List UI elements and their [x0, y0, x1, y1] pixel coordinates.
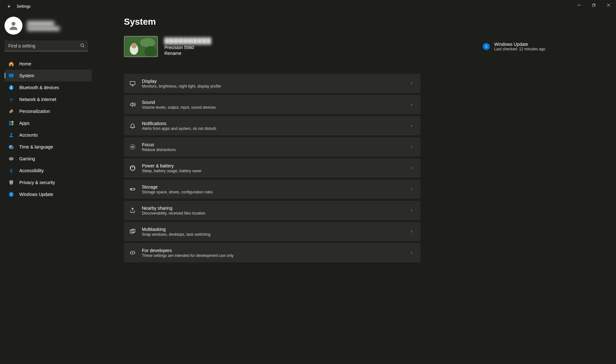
- card-title: Nearby sharing: [142, 206, 205, 211]
- display-icon: [129, 80, 136, 87]
- back-button[interactable]: [3, 0, 15, 13]
- nav-item-system[interactable]: System: [4, 70, 92, 81]
- search-icon: [80, 43, 85, 48]
- search-wrap: [4, 40, 92, 51]
- maximize-button[interactable]: [586, 0, 601, 10]
- nav-item-label: Bluetooth & devices: [19, 85, 59, 90]
- nav-item-label: Privacy & security: [19, 180, 55, 185]
- main-content: System ██████████ Precision 5560 Rename: [96, 13, 616, 364]
- page-title: System: [124, 17, 603, 27]
- windows-update-title: Windows Update: [494, 42, 545, 47]
- update-icon: [8, 191, 14, 197]
- card-developers[interactable]: For developers These settings are intend…: [124, 243, 421, 262]
- card-subtitle: Sleep, battery usage, battery saver: [142, 169, 202, 173]
- card-focus[interactable]: Focus Reduce distractions: [124, 137, 421, 157]
- nav-item-label: Network & internet: [19, 97, 56, 102]
- windows-update-subtitle: Last checked: 12 minutes ago: [494, 47, 545, 51]
- nav-item-accessibility[interactable]: Accessibility: [4, 165, 92, 176]
- device-rename-link[interactable]: Rename: [164, 51, 212, 56]
- search-input[interactable]: [4, 40, 88, 51]
- svg-rect-23: [130, 81, 135, 85]
- card-power[interactable]: Power & battery Sleep, battery usage, ba…: [124, 158, 421, 178]
- update-icon: [483, 43, 490, 50]
- svg-point-25: [132, 146, 134, 148]
- card-title: Notifications: [142, 121, 216, 126]
- nav-item-label: System: [19, 73, 34, 78]
- chevron-right-icon: [410, 251, 413, 255]
- system-icon: [8, 73, 14, 79]
- nav-item-time[interactable]: Time & language: [4, 141, 92, 153]
- desktop-thumbnail[interactable]: [124, 36, 158, 57]
- svg-point-2: [81, 44, 84, 47]
- user-email: ████████████: [27, 26, 60, 31]
- svg-rect-0: [593, 4, 595, 7]
- card-display[interactable]: Display Monitors, brightness, night ligh…: [124, 74, 421, 93]
- card-sound[interactable]: Sound Volume levels, output, input, soun…: [124, 95, 421, 114]
- user-account-box[interactable]: ████████ ████████████: [4, 17, 92, 35]
- power-icon: [129, 165, 136, 172]
- titlebar: Settings: [0, 0, 616, 13]
- shield-icon: [8, 180, 14, 185]
- card-storage[interactable]: Storage Storage space, drives, configura…: [124, 180, 421, 199]
- account-icon: [8, 132, 14, 138]
- sound-icon: [129, 101, 136, 108]
- card-title: Multitasking: [142, 227, 210, 232]
- nav-item-apps[interactable]: Apps: [4, 117, 92, 129]
- nav-item-label: Windows Update: [19, 192, 53, 197]
- card-title: For developers: [142, 248, 234, 253]
- nav-item-bluetooth[interactable]: Bluetooth & devices: [4, 81, 92, 93]
- card-nearby[interactable]: Nearby sharing Discoverability, received…: [124, 201, 421, 220]
- bluetooth-icon: [8, 85, 14, 90]
- nav-item-accounts[interactable]: Accounts: [4, 129, 92, 141]
- nav-item-update[interactable]: Windows Update: [4, 188, 92, 200]
- svg-point-10: [10, 133, 12, 135]
- arrow-left-icon: [7, 4, 12, 9]
- multitasking-icon: [129, 228, 136, 235]
- close-button[interactable]: [601, 0, 616, 10]
- globe-clock-icon: [8, 144, 14, 150]
- svg-point-24: [130, 145, 135, 149]
- nav-item-gaming[interactable]: Gaming: [4, 153, 92, 165]
- wallpaper-icon: [125, 37, 157, 56]
- minimize-button[interactable]: [572, 0, 586, 10]
- home-icon: [8, 61, 14, 67]
- svg-point-21: [140, 38, 155, 47]
- svg-rect-6: [9, 121, 11, 123]
- card-multitasking[interactable]: Multitasking Snap windows, desktops, tas…: [124, 222, 421, 241]
- nav-item-home[interactable]: Home: [4, 58, 92, 70]
- card-title: Sound: [142, 100, 216, 105]
- svg-rect-9: [12, 123, 13, 125]
- windows-update-text: Windows Update Last checked: 12 minutes …: [494, 42, 545, 51]
- user-info: ████████ ████████████: [27, 21, 60, 31]
- device-info: ██████████ Precision 5560 Rename: [164, 38, 212, 56]
- card-title: Display: [142, 79, 221, 84]
- settings-cards: Display Monitors, brightness, night ligh…: [124, 74, 421, 262]
- device-model: Precision 5560: [164, 45, 212, 50]
- svg-rect-7: [12, 121, 13, 123]
- device-name: ██████████: [164, 38, 212, 44]
- card-notifications[interactable]: Notifications Alerts from apps and syste…: [124, 116, 421, 135]
- svg-point-17: [9, 192, 14, 197]
- avatar: [4, 17, 22, 35]
- close-icon: [607, 4, 610, 7]
- nav-item-network[interactable]: Network & internet: [4, 93, 92, 105]
- wifi-icon: [8, 97, 14, 102]
- card-subtitle: Volume levels, output, input, sound devi…: [142, 105, 216, 110]
- chevron-right-icon: [410, 208, 413, 212]
- storage-icon: [129, 186, 136, 193]
- chevron-right-icon: [410, 145, 413, 149]
- nav-item-personalization[interactable]: Personalization: [4, 105, 92, 117]
- nav-item-label: Accessibility: [19, 168, 44, 173]
- card-subtitle: These settings are intended for developm…: [142, 253, 234, 258]
- share-icon: [129, 207, 136, 214]
- nav-item-label: Gaming: [19, 156, 35, 161]
- svg-point-16: [11, 168, 12, 169]
- nav-item-privacy[interactable]: Privacy & security: [4, 176, 92, 188]
- svg-point-20: [131, 43, 137, 48]
- svg-point-14: [10, 158, 11, 159]
- windows-update-summary[interactable]: Windows Update Last checked: 12 minutes …: [483, 42, 545, 51]
- svg-point-13: [9, 157, 14, 160]
- svg-rect-8: [9, 123, 11, 125]
- card-subtitle: Alerts from apps and system, do not dist…: [142, 126, 216, 131]
- sidebar: ████████ ████████████ Home System: [0, 13, 96, 364]
